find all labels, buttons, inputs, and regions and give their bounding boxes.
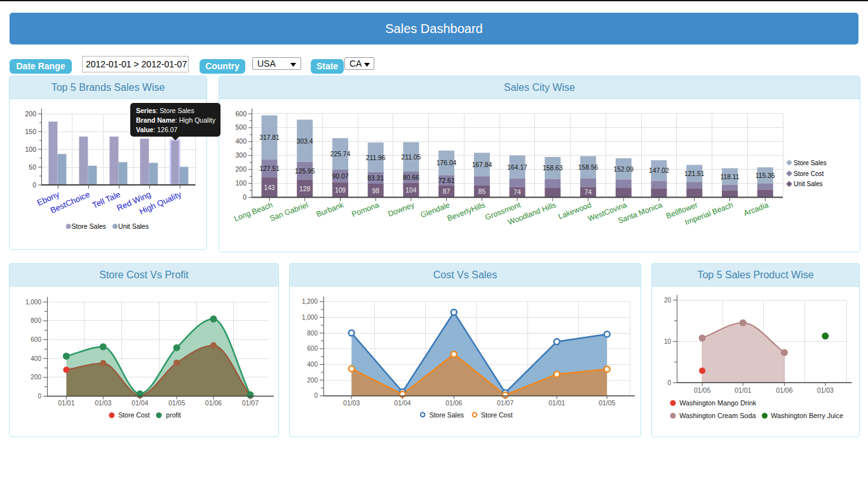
svg-text:Store Sales: Store Sales [430,411,464,419]
svg-text:0: 0 [32,181,36,189]
svg-text:01/03: 01/03 [343,399,360,407]
svg-text:1,000: 1,000 [302,314,318,321]
svg-text:Store Cost: Store Cost [794,170,824,177]
svg-text:200: 200 [307,377,318,384]
svg-text:200: 200 [31,374,41,381]
svg-text:164.17: 164.17 [507,164,527,171]
svg-text:800: 800 [31,317,41,324]
svg-text:Burbank: Burbank [315,200,346,219]
svg-text:83.31: 83.31 [367,175,384,182]
svg-text:50: 50 [29,163,36,171]
svg-text:600: 600 [31,336,41,343]
svg-text:90.07: 90.07 [332,173,349,180]
svg-text:125.95: 125.95 [295,168,315,175]
svg-text:10: 10 [664,338,672,345]
svg-text:200: 200 [235,165,247,173]
svg-text:400: 400 [307,361,318,368]
svg-text:Washington Mango Drink: Washington Mango Drink [679,399,756,407]
svg-text:211.05: 211.05 [402,154,421,161]
svg-text:150: 150 [25,128,36,135]
svg-text:BeverlyHills: BeverlyHills [446,200,487,223]
svg-text:300: 300 [235,151,247,159]
svg-text:01/07: 01/07 [497,399,513,407]
svg-text:104: 104 [405,187,416,194]
svg-text:Store Cost: Store Cost [118,411,150,419]
svg-text:600: 600 [307,345,318,352]
svg-text:Washington Cream Soda: Washington Cream Soda [679,412,756,419]
svg-text:147.02: 147.02 [649,167,669,174]
svg-text:128: 128 [299,186,310,193]
svg-text:118.11: 118.11 [721,173,740,180]
svg-text:01/07: 01/07 [242,399,259,407]
svg-text:87: 87 [443,188,451,195]
svg-text:600: 600 [235,110,247,118]
svg-text:1,200: 1,200 [302,298,318,305]
svg-text:317.81: 317.81 [259,134,280,141]
svg-text:San Gabriel: San Gabriel [269,200,309,223]
svg-text:800: 800 [307,330,318,337]
svg-text:152.09: 152.09 [614,166,634,173]
svg-text:01/05: 01/05 [168,399,185,407]
svg-text:74: 74 [585,189,592,196]
svg-text:Long Beach: Long Beach [233,200,274,223]
svg-text:0: 0 [314,392,318,399]
svg-text:01/03: 01/03 [95,399,111,407]
svg-text:72.61: 72.61 [438,177,455,184]
svg-text:Unit Sales: Unit Sales [118,222,149,230]
svg-text:01/01: 01/01 [58,399,74,407]
svg-text:Store Sales: Store Sales [72,222,106,230]
svg-text:85: 85 [478,188,486,195]
svg-text:Pomona: Pomona [351,200,381,219]
svg-text:1,000: 1,000 [25,299,41,306]
svg-text:200: 200 [25,110,36,118]
svg-text:121.51: 121.51 [684,170,705,177]
svg-text:303.4: 303.4 [297,138,313,145]
svg-text:Store Cost: Store Cost [481,411,513,419]
svg-text:01/06: 01/06 [776,386,792,394]
svg-text:01/05: 01/05 [599,399,615,407]
svg-text:0: 0 [243,193,247,201]
svg-text:143: 143 [264,184,275,191]
svg-text:115.35: 115.35 [756,172,775,179]
svg-text:167.84: 167.84 [472,161,492,168]
svg-text:01/05: 01/05 [694,386,710,394]
svg-text:01/06: 01/06 [445,399,462,407]
svg-text:400: 400 [31,355,41,362]
svg-text:01/03: 01/03 [817,386,834,394]
svg-text:01/04: 01/04 [132,399,148,407]
svg-text:0: 0 [667,379,671,386]
svg-text:158.56: 158.56 [578,164,599,171]
svg-text:400: 400 [235,137,247,145]
svg-text:01/01: 01/01 [735,386,751,394]
svg-text:profit: profit [166,411,180,419]
svg-text:Downey: Downey [386,200,415,219]
svg-text:158.63: 158.63 [543,165,563,172]
svg-text:Arcadia: Arcadia [742,200,770,218]
svg-text:211.96: 211.96 [366,154,386,161]
svg-text:74: 74 [513,189,521,196]
svg-text:0: 0 [37,393,41,400]
svg-text:01/01: 01/01 [548,399,565,407]
svg-text:176.04: 176.04 [437,159,457,166]
svg-text:500: 500 [235,123,247,131]
svg-text:80.66: 80.66 [403,174,419,181]
svg-text:225.74: 225.74 [330,151,351,158]
svg-text:109: 109 [335,187,346,194]
svg-text:98: 98 [372,187,379,194]
svg-text:100: 100 [25,146,36,153]
svg-text:Store Sales: Store Sales [794,159,827,166]
svg-text:127.51: 127.51 [259,165,280,172]
svg-text:20: 20 [664,297,672,304]
svg-text:01/04: 01/04 [394,399,410,407]
svg-text:100: 100 [235,179,247,187]
svg-text:01/06: 01/06 [205,399,222,407]
svg-text:Washington Berry Juice: Washington Berry Juice [771,412,843,419]
svg-text:Unit Sales: Unit Sales [794,180,823,187]
